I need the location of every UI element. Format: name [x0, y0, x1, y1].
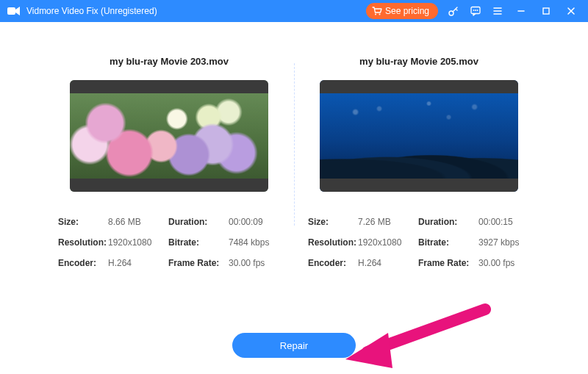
- right-resolution-value: 1920x1080: [358, 237, 415, 248]
- left-framerate-value: 30.00 fps: [229, 258, 280, 268]
- titlebar: Vidmore Video Fix (Unregistered) See pri…: [0, 0, 588, 22]
- right-encoder-label: Encoder:: [308, 258, 355, 268]
- right-size-label: Size:: [308, 217, 355, 227]
- see-pricing-label: See pricing: [385, 6, 429, 16]
- window-close-button[interactable]: [559, 0, 584, 22]
- right-framerate-label: Frame Rate:: [418, 258, 476, 268]
- svg-point-6: [475, 10, 476, 11]
- right-size-value: 7.26 MB: [358, 217, 415, 227]
- repair-button[interactable]: Repair: [232, 333, 356, 358]
- right-duration-label: Duration:: [418, 217, 476, 227]
- svg-point-2: [379, 14, 380, 15]
- right-duration-value: 00:00:15: [478, 217, 530, 227]
- right-framerate-value: 30.00 fps: [478, 258, 530, 268]
- feedback-icon[interactable]: [465, 0, 487, 22]
- window-maximize-button[interactable]: [534, 0, 559, 22]
- left-bitrate-value: 7484 kbps: [229, 237, 280, 248]
- cart-icon: [372, 7, 382, 15]
- left-encoder-value: H.264: [108, 258, 165, 268]
- svg-point-1: [375, 14, 376, 15]
- app-title: Vidmore Video Fix (Unregistered): [26, 6, 157, 16]
- left-video-thumbnail[interactable]: [70, 80, 268, 192]
- left-filename: my blu-ray Movie 203.mov: [110, 56, 229, 67]
- vertical-divider: [294, 63, 295, 226]
- right-meta-table: Size: 7.26 MB Duration: 00:00:15 Resolut…: [305, 217, 533, 268]
- left-framerate-label: Frame Rate:: [168, 258, 226, 268]
- key-icon[interactable]: [442, 0, 465, 22]
- left-video-pane: my blu-ray Movie 203.mov Size: 8.66 MB D…: [44, 56, 294, 268]
- left-resolution-value: 1920x1080: [108, 237, 165, 248]
- svg-rect-8: [543, 8, 549, 14]
- left-encoder-label: Encoder:: [58, 258, 105, 268]
- svg-point-7: [477, 10, 478, 11]
- left-size-label: Size:: [58, 217, 105, 227]
- right-video-pane: my blu-ray Movie 205.mov Size: 7.26 MB D…: [294, 56, 544, 268]
- left-duration-label: Duration:: [168, 217, 226, 227]
- right-bitrate-value: 3927 kbps: [478, 237, 530, 248]
- right-resolution-label: Resolution:: [308, 237, 355, 248]
- right-encoder-value: H.264: [358, 258, 415, 268]
- left-resolution-label: Resolution:: [58, 237, 105, 248]
- app-logo-icon: [7, 6, 21, 16]
- menu-icon[interactable]: [487, 0, 509, 22]
- left-duration-value: 00:00:09: [229, 217, 280, 227]
- right-bitrate-label: Bitrate:: [418, 237, 476, 248]
- right-video-thumbnail[interactable]: [320, 80, 518, 192]
- left-bitrate-label: Bitrate:: [168, 237, 226, 248]
- main-content: my blu-ray Movie 203.mov Size: 8.66 MB D…: [0, 22, 588, 268]
- right-filename: my blu-ray Movie 205.mov: [359, 56, 478, 67]
- left-size-value: 8.66 MB: [108, 217, 165, 227]
- see-pricing-button[interactable]: See pricing: [366, 3, 438, 19]
- svg-point-5: [473, 10, 475, 11]
- repair-button-wrap: Repair: [0, 333, 588, 358]
- svg-rect-0: [7, 7, 15, 15]
- window-minimize-button[interactable]: [509, 0, 534, 22]
- left-meta-table: Size: 8.66 MB Duration: 00:00:09 Resolut…: [55, 217, 283, 268]
